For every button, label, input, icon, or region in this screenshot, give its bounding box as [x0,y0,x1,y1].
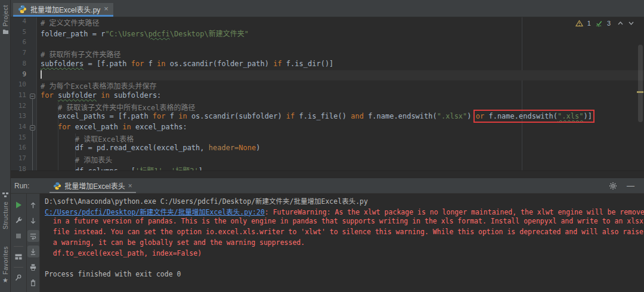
code-line[interactable]: folder_path = r"C:\Users\pdcfi\Desktop\新… [41,28,644,39]
editor-run-splitter[interactable] [11,170,644,178]
code-lines: # 定义文件夹路径folder_path = r"C:\Users\pdcfi\… [41,17,644,170]
inspections-widget[interactable]: 1 3 [575,20,634,27]
run-toolbar [11,194,26,292]
code-line[interactable] [41,38,644,49]
minimize-icon[interactable]: — [627,181,634,190]
close-icon[interactable]: × [128,182,132,190]
run-tab-title: 批量增加Excel表头 [64,181,125,191]
gutter-line: 6 [11,38,36,49]
editor-tab-bar: 批量增加Excel表头.py × [11,0,644,17]
up-stack-trace-icon[interactable] [27,199,39,211]
run-tab[interactable]: 批量增加Excel表头 × [49,178,135,193]
code-line[interactable]: df.columns = ['标题1', '标题2'] [41,165,644,170]
console-line: file instead. You can set the option io.… [45,228,644,238]
settings-gear-icon[interactable] [609,182,617,190]
code-line[interactable]: # 为每个Excel表格添加表头并保存 [41,80,644,91]
editor-area: 4567891011−121314−15161718 # 定义文件夹路径fold… [11,17,644,170]
rerun-button[interactable] [13,199,24,211]
editor-tab-title: 批量增加Excel表头.py [30,4,100,14]
code-line[interactable]: # 获取该子文件夹中所有Excel表格的路径 [41,102,644,113]
editor-scrollbar[interactable] [638,45,643,122]
close-icon[interactable]: × [104,6,109,12]
fold-marker[interactable]: − [30,94,35,99]
fold-marker[interactable]: − [30,125,35,131]
structure-icon [2,192,8,199]
active-tab-underline [13,15,113,17]
sidebar-item-structure[interactable]: Structure [0,192,11,229]
clear-console-trash-icon[interactable] [27,277,39,288]
chevron-up-icon[interactable] [617,20,624,26]
print-icon[interactable] [27,261,39,273]
python-file-icon [53,182,61,190]
pin-icon[interactable] [13,272,24,284]
down-stack-trace-icon[interactable] [27,215,39,226]
stop-button[interactable] [13,230,24,242]
code-line[interactable]: excel_paths = [f.path for f in os.scandi… [41,112,644,123]
run-config-wrench-icon[interactable] [13,215,24,226]
console-line: Process finished with exit code 0 [45,270,644,281]
code-pane[interactable]: # 定义文件夹路径folder_path = r"C:\Users\pdcfi\… [37,17,644,170]
gutter-line: 9 [11,70,36,81]
code-line[interactable]: for excel_path in excel_paths: [41,123,644,133]
gutter-line: 10 [11,80,36,91]
warning-count: 1 [587,20,591,27]
console-toolbar [26,194,39,292]
code-line[interactable]: # 读取Excel表格 [41,133,644,144]
chevron-down-icon[interactable] [628,20,634,26]
warning-icon [575,20,583,27]
code-line[interactable]: # 定义文件夹路径 [41,17,644,28]
active-run-tab-underline [49,192,135,193]
run-panel-header: Run: 批量增加Excel表头 × — [11,178,644,194]
left-tool-stripe: Project Structure Favorites ★ [0,0,11,292]
scroll-to-end-toggle[interactable] [27,246,39,257]
typo-check-icon [595,20,603,27]
run-label: Run: [14,182,29,190]
console-line: a warning, it can be globally set and th… [45,238,644,249]
console-line: C:/Users/pdcfi/Desktop/新建文件夹/批量增加Excel表头… [45,207,644,218]
gutter-line: 5 [11,28,36,39]
restore-layout-icon[interactable] [13,251,24,263]
editor-gutter: 4567891011−121314−15161718 [11,17,37,170]
code-line[interactable]: df = pd.read_excel(excel_path, header=No… [41,144,644,154]
folder-icon [2,29,9,36]
console-file-link[interactable]: C:/Users/pdcfi/Desktop/新建文件夹/批量增加Excel表头… [45,208,265,216]
project-label: Project [2,5,9,26]
code-line[interactable]: for subfolder in subfolders: [41,91,644,102]
typo-count: 3 [607,20,611,27]
star-icon: ★ [2,277,8,283]
editor-tab[interactable]: 批量增加Excel表头.py × [13,3,113,17]
fold-guide-line [32,98,33,170]
python-file-icon [18,5,27,14]
soft-wrap-toggle[interactable] [27,230,39,242]
text-caret [41,70,42,79]
console-line [45,259,644,270]
ide-window: Project Structure Favorites ★ [0,0,644,292]
sidebar-item-favorites[interactable]: Favorites ★ [0,246,11,283]
console-line: D:\soft\Anaconda\python.exe C:/Users/pdc… [45,196,644,207]
run-panel-body: D:\soft\Anaconda\python.exe C:/Users/pdc… [11,194,644,292]
code-line[interactable] [41,70,644,81]
code-line[interactable]: subfolders = [f.path for f in os.scandir… [41,60,644,70]
code-line[interactable]: # 添加表头 [41,154,644,165]
sidebar-item-project[interactable]: Project [0,5,11,36]
console-line: df.to_excel(excel_path, index=False) [45,249,644,260]
gutter-line: 4 [11,17,36,28]
annotation-red-box: or f.name.endswith(".xls")] [476,112,592,120]
structure-label: Structure [2,201,9,229]
warning-stripe-mark[interactable] [637,91,643,93]
code-line[interactable]: # 获取所有子文件夹路径 [41,49,644,60]
console-line: in a future version of pandas. This is t… [45,217,644,228]
console-output[interactable]: D:\soft\Anaconda\python.exe C:/Users/pdc… [40,194,644,292]
gutter-line: 7 [11,49,36,60]
favorites-label: Favorites [2,246,9,275]
gutter-line: 8 [11,60,36,70]
